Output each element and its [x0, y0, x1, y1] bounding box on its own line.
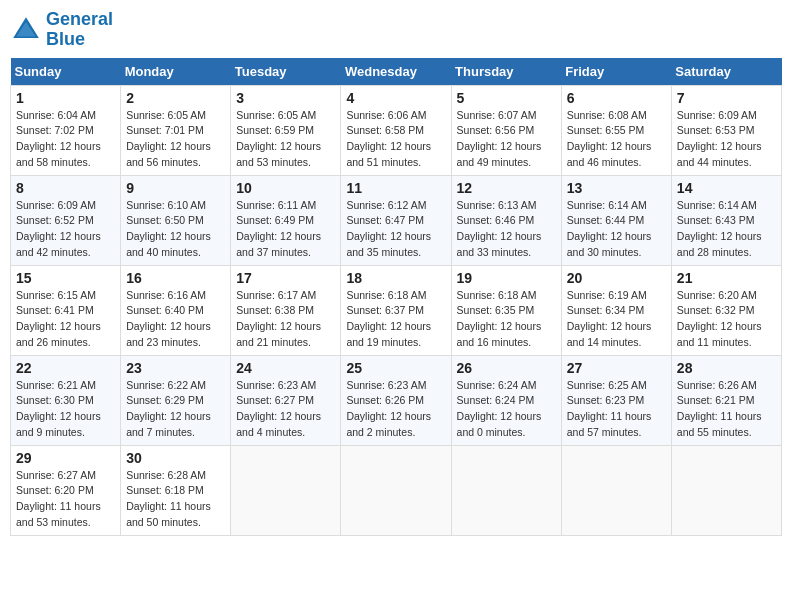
- calendar-cell: 16Sunrise: 6:16 AMSunset: 6:40 PMDayligh…: [121, 265, 231, 355]
- day-number: 23: [126, 360, 225, 376]
- logo-icon: [10, 14, 42, 46]
- day-detail: Sunrise: 6:20 AMSunset: 6:32 PMDaylight:…: [677, 288, 776, 351]
- logo-text: General Blue: [46, 10, 113, 50]
- calendar-cell: 15Sunrise: 6:15 AMSunset: 6:41 PMDayligh…: [11, 265, 121, 355]
- day-number: 6: [567, 90, 666, 106]
- page-header: General Blue: [10, 10, 782, 50]
- day-detail: Sunrise: 6:05 AMSunset: 6:59 PMDaylight:…: [236, 108, 335, 171]
- day-number: 8: [16, 180, 115, 196]
- day-detail: Sunrise: 6:18 AMSunset: 6:35 PMDaylight:…: [457, 288, 556, 351]
- day-detail: Sunrise: 6:19 AMSunset: 6:34 PMDaylight:…: [567, 288, 666, 351]
- day-detail: Sunrise: 6:13 AMSunset: 6:46 PMDaylight:…: [457, 198, 556, 261]
- calendar-cell: 19Sunrise: 6:18 AMSunset: 6:35 PMDayligh…: [451, 265, 561, 355]
- day-detail: Sunrise: 6:28 AMSunset: 6:18 PMDaylight:…: [126, 468, 225, 531]
- calendar-cell: 21Sunrise: 6:20 AMSunset: 6:32 PMDayligh…: [671, 265, 781, 355]
- day-detail: Sunrise: 6:23 AMSunset: 6:26 PMDaylight:…: [346, 378, 445, 441]
- calendar-week-row: 1Sunrise: 6:04 AMSunset: 7:02 PMDaylight…: [11, 85, 782, 175]
- day-detail: Sunrise: 6:25 AMSunset: 6:23 PMDaylight:…: [567, 378, 666, 441]
- calendar-cell: [561, 445, 671, 535]
- calendar-cell: 1Sunrise: 6:04 AMSunset: 7:02 PMDaylight…: [11, 85, 121, 175]
- day-number: 19: [457, 270, 556, 286]
- calendar-cell: [341, 445, 451, 535]
- day-detail: Sunrise: 6:26 AMSunset: 6:21 PMDaylight:…: [677, 378, 776, 441]
- day-header-friday: Friday: [561, 58, 671, 86]
- day-number: 14: [677, 180, 776, 196]
- day-detail: Sunrise: 6:12 AMSunset: 6:47 PMDaylight:…: [346, 198, 445, 261]
- day-header-monday: Monday: [121, 58, 231, 86]
- day-detail: Sunrise: 6:21 AMSunset: 6:30 PMDaylight:…: [16, 378, 115, 441]
- calendar-cell: 30Sunrise: 6:28 AMSunset: 6:18 PMDayligh…: [121, 445, 231, 535]
- calendar-cell: 6Sunrise: 6:08 AMSunset: 6:55 PMDaylight…: [561, 85, 671, 175]
- calendar-cell: 24Sunrise: 6:23 AMSunset: 6:27 PMDayligh…: [231, 355, 341, 445]
- day-number: 30: [126, 450, 225, 466]
- day-number: 4: [346, 90, 445, 106]
- day-number: 13: [567, 180, 666, 196]
- calendar-cell: 20Sunrise: 6:19 AMSunset: 6:34 PMDayligh…: [561, 265, 671, 355]
- day-detail: Sunrise: 6:27 AMSunset: 6:20 PMDaylight:…: [16, 468, 115, 531]
- day-number: 1: [16, 90, 115, 106]
- day-number: 7: [677, 90, 776, 106]
- calendar-cell: 29Sunrise: 6:27 AMSunset: 6:20 PMDayligh…: [11, 445, 121, 535]
- day-number: 21: [677, 270, 776, 286]
- day-detail: Sunrise: 6:06 AMSunset: 6:58 PMDaylight:…: [346, 108, 445, 171]
- calendar-cell: 22Sunrise: 6:21 AMSunset: 6:30 PMDayligh…: [11, 355, 121, 445]
- header-row: SundayMondayTuesdayWednesdayThursdayFrid…: [11, 58, 782, 86]
- calendar-cell: 17Sunrise: 6:17 AMSunset: 6:38 PMDayligh…: [231, 265, 341, 355]
- day-number: 27: [567, 360, 666, 376]
- calendar-cell: 7Sunrise: 6:09 AMSunset: 6:53 PMDaylight…: [671, 85, 781, 175]
- day-number: 20: [567, 270, 666, 286]
- calendar-week-row: 22Sunrise: 6:21 AMSunset: 6:30 PMDayligh…: [11, 355, 782, 445]
- day-header-tuesday: Tuesday: [231, 58, 341, 86]
- calendar-cell: 10Sunrise: 6:11 AMSunset: 6:49 PMDayligh…: [231, 175, 341, 265]
- calendar-cell: 23Sunrise: 6:22 AMSunset: 6:29 PMDayligh…: [121, 355, 231, 445]
- calendar-cell: [231, 445, 341, 535]
- calendar-cell: 11Sunrise: 6:12 AMSunset: 6:47 PMDayligh…: [341, 175, 451, 265]
- day-detail: Sunrise: 6:11 AMSunset: 6:49 PMDaylight:…: [236, 198, 335, 261]
- day-number: 10: [236, 180, 335, 196]
- day-number: 26: [457, 360, 556, 376]
- day-number: 3: [236, 90, 335, 106]
- day-header-saturday: Saturday: [671, 58, 781, 86]
- day-number: 5: [457, 90, 556, 106]
- day-number: 16: [126, 270, 225, 286]
- day-detail: Sunrise: 6:16 AMSunset: 6:40 PMDaylight:…: [126, 288, 225, 351]
- day-number: 24: [236, 360, 335, 376]
- calendar-cell: 9Sunrise: 6:10 AMSunset: 6:50 PMDaylight…: [121, 175, 231, 265]
- day-number: 9: [126, 180, 225, 196]
- day-number: 22: [16, 360, 115, 376]
- day-number: 11: [346, 180, 445, 196]
- day-detail: Sunrise: 6:14 AMSunset: 6:44 PMDaylight:…: [567, 198, 666, 261]
- day-detail: Sunrise: 6:09 AMSunset: 6:53 PMDaylight:…: [677, 108, 776, 171]
- day-number: 28: [677, 360, 776, 376]
- day-number: 12: [457, 180, 556, 196]
- calendar-cell: [671, 445, 781, 535]
- day-detail: Sunrise: 6:14 AMSunset: 6:43 PMDaylight:…: [677, 198, 776, 261]
- day-number: 29: [16, 450, 115, 466]
- day-header-sunday: Sunday: [11, 58, 121, 86]
- calendar-cell: 3Sunrise: 6:05 AMSunset: 6:59 PMDaylight…: [231, 85, 341, 175]
- day-detail: Sunrise: 6:22 AMSunset: 6:29 PMDaylight:…: [126, 378, 225, 441]
- day-detail: Sunrise: 6:08 AMSunset: 6:55 PMDaylight:…: [567, 108, 666, 171]
- calendar-cell: 2Sunrise: 6:05 AMSunset: 7:01 PMDaylight…: [121, 85, 231, 175]
- calendar-week-row: 15Sunrise: 6:15 AMSunset: 6:41 PMDayligh…: [11, 265, 782, 355]
- calendar-cell: 25Sunrise: 6:23 AMSunset: 6:26 PMDayligh…: [341, 355, 451, 445]
- day-number: 15: [16, 270, 115, 286]
- day-number: 25: [346, 360, 445, 376]
- calendar-week-row: 8Sunrise: 6:09 AMSunset: 6:52 PMDaylight…: [11, 175, 782, 265]
- calendar-cell: 4Sunrise: 6:06 AMSunset: 6:58 PMDaylight…: [341, 85, 451, 175]
- day-detail: Sunrise: 6:09 AMSunset: 6:52 PMDaylight:…: [16, 198, 115, 261]
- calendar-cell: 13Sunrise: 6:14 AMSunset: 6:44 PMDayligh…: [561, 175, 671, 265]
- day-detail: Sunrise: 6:24 AMSunset: 6:24 PMDaylight:…: [457, 378, 556, 441]
- day-detail: Sunrise: 6:07 AMSunset: 6:56 PMDaylight:…: [457, 108, 556, 171]
- day-detail: Sunrise: 6:10 AMSunset: 6:50 PMDaylight:…: [126, 198, 225, 261]
- day-detail: Sunrise: 6:04 AMSunset: 7:02 PMDaylight:…: [16, 108, 115, 171]
- day-header-thursday: Thursday: [451, 58, 561, 86]
- day-number: 18: [346, 270, 445, 286]
- day-detail: Sunrise: 6:05 AMSunset: 7:01 PMDaylight:…: [126, 108, 225, 171]
- day-detail: Sunrise: 6:23 AMSunset: 6:27 PMDaylight:…: [236, 378, 335, 441]
- calendar-cell: 27Sunrise: 6:25 AMSunset: 6:23 PMDayligh…: [561, 355, 671, 445]
- calendar-cell: 12Sunrise: 6:13 AMSunset: 6:46 PMDayligh…: [451, 175, 561, 265]
- logo: General Blue: [10, 10, 113, 50]
- day-detail: Sunrise: 6:15 AMSunset: 6:41 PMDaylight:…: [16, 288, 115, 351]
- calendar-cell: 26Sunrise: 6:24 AMSunset: 6:24 PMDayligh…: [451, 355, 561, 445]
